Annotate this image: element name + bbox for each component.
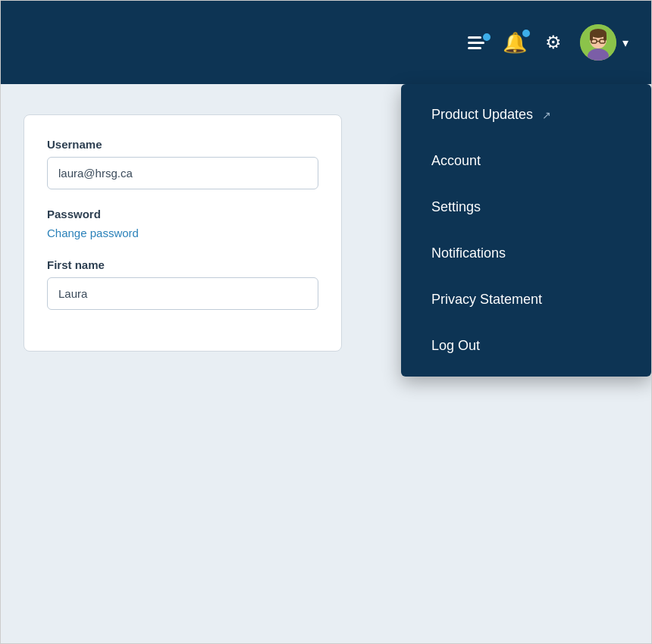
password-label: Password: [47, 208, 318, 220]
username-group: Username: [47, 138, 318, 189]
username-input[interactable]: [47, 157, 318, 189]
firstname-group: First name: [47, 258, 318, 310]
dropdown-item-privacy-statement[interactable]: Privacy Statement: [401, 277, 651, 323]
gear-icon: ⚙: [545, 32, 562, 53]
tasks-line-2: [468, 42, 484, 44]
firstname-label: First name: [47, 258, 318, 271]
dropdown-item-settings[interactable]: Settings: [401, 184, 651, 230]
dropdown-item-notifications[interactable]: Notifications: [401, 230, 651, 277]
tasks-line-1: [468, 36, 481, 39]
user-dropdown-menu: Product Updates↗AccountSettingsNotificat…: [401, 84, 651, 377]
form-area: Username Password Change password First …: [1, 84, 395, 644]
dropdown-item-product-updates[interactable]: Product Updates↗: [401, 92, 651, 138]
dropdown-item-log-out[interactable]: Log Out: [401, 323, 651, 369]
chevron-down-icon: ▾: [622, 36, 628, 50]
navbar: 🔔 ⚙ ▾: [1, 1, 651, 84]
avatar: [580, 24, 616, 61]
tasks-badge: [481, 32, 492, 42]
tasks-icon: [468, 36, 484, 49]
notifications-bell-button[interactable]: 🔔: [503, 31, 527, 55]
form-card: Username Password Change password First …: [24, 114, 342, 352]
change-password-link[interactable]: Change password: [47, 227, 139, 239]
tasks-line-3: [468, 47, 481, 49]
dropdown-item-account[interactable]: Account: [401, 138, 651, 184]
main-content: Username Password Change password First …: [1, 84, 651, 644]
external-link-icon: ↗: [542, 109, 551, 121]
settings-gear-button[interactable]: ⚙: [545, 32, 562, 53]
tasks-icon-button[interactable]: [468, 36, 484, 49]
username-label: Username: [47, 138, 318, 151]
password-group: Password Change password: [47, 208, 318, 240]
notifications-badge: [521, 28, 531, 39]
firstname-input[interactable]: [47, 277, 318, 310]
user-menu-button[interactable]: ▾: [580, 24, 628, 61]
